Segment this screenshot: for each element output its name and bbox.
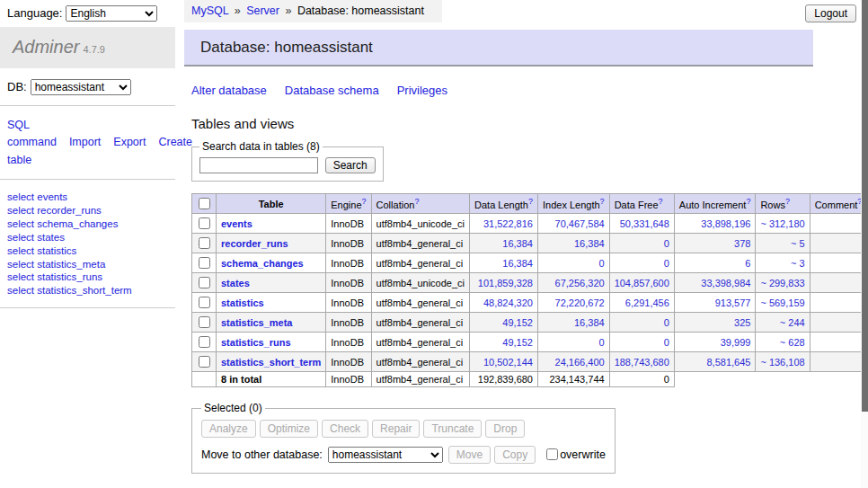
help-icon[interactable]: ?: [362, 197, 367, 206]
analyze-button[interactable]: Analyze: [201, 420, 256, 438]
search-button[interactable]: Search: [325, 157, 376, 173]
logout-button[interactable]: Logout: [805, 4, 856, 22]
help-icon[interactable]: ?: [600, 197, 605, 206]
index-length-link[interactable]: 16,384: [574, 317, 605, 328]
table-name-link[interactable]: statistics_meta: [221, 317, 293, 328]
rows-link[interactable]: ~ 136,108: [760, 357, 804, 368]
index-length-link[interactable]: 70,467,584: [555, 218, 605, 229]
index-length-link[interactable]: 0: [599, 258, 605, 269]
table-name-link[interactable]: states: [221, 278, 250, 288]
data-free-link[interactable]: 188,743,680: [615, 357, 669, 368]
data-length-link[interactable]: 31,522,816: [483, 218, 533, 229]
alter-database-link[interactable]: Alter database: [191, 84, 267, 97]
help-icon[interactable]: ?: [414, 197, 419, 206]
row-checkbox[interactable]: [199, 237, 210, 249]
help-icon[interactable]: ?: [785, 197, 790, 206]
rows-link[interactable]: ~ 244: [780, 317, 805, 328]
data-length-link[interactable]: 16,384: [502, 238, 533, 249]
scrollbar-thumb[interactable]: [862, 0, 868, 412]
data-length-link[interactable]: 101,859,328: [478, 278, 533, 288]
index-length-link[interactable]: 72,220,672: [555, 297, 605, 308]
auto-increment-link[interactable]: 378: [734, 238, 750, 249]
data-free-link[interactable]: 50,331,648: [620, 218, 669, 229]
breadcrumb-mysql-link[interactable]: MySQL: [191, 4, 228, 17]
sidebar-select-states-link[interactable]: select states: [7, 231, 168, 244]
help-icon[interactable]: ?: [746, 197, 750, 206]
index-length-link[interactable]: 16,384: [574, 238, 605, 249]
auto-increment-link[interactable]: 39,999: [721, 337, 751, 348]
vertical-scrollbar[interactable]: [861, 0, 868, 488]
row-checkbox[interactable]: [199, 257, 210, 269]
table-name-link[interactable]: statistics: [221, 297, 264, 308]
rows-link[interactable]: ~ 569,159: [760, 297, 804, 308]
copy-button[interactable]: Copy: [494, 446, 536, 464]
row-checkbox[interactable]: [199, 217, 210, 229]
repair-button[interactable]: Repair: [372, 420, 420, 438]
index-length-link[interactable]: 67,256,320: [555, 278, 605, 288]
row-checkbox[interactable]: [199, 336, 210, 348]
sidebar-select-statistics-meta-link[interactable]: select statistics_meta: [7, 258, 168, 271]
db-select[interactable]: homeassistant: [31, 79, 131, 95]
sidebar-select-statistics-link[interactable]: select statistics: [7, 244, 168, 258]
privileges-link[interactable]: Privileges: [397, 84, 447, 97]
sidebar-export-link[interactable]: Export: [113, 136, 146, 148]
row-checkbox[interactable]: [199, 277, 210, 288]
data-free-link[interactable]: 6,291,456: [625, 297, 669, 308]
rows-link[interactable]: ~ 312,180: [760, 218, 804, 229]
row-checkbox[interactable]: [199, 316, 210, 328]
table-name-link[interactable]: statistics_short_term: [221, 357, 321, 368]
data-length-link[interactable]: 16,384: [502, 258, 533, 269]
data-length-link[interactable]: 10,502,144: [483, 357, 533, 368]
optimize-button[interactable]: Optimize: [260, 420, 318, 438]
collation-cell: utf8mb4_general_ci: [371, 352, 469, 372]
rows-link[interactable]: ~ 628: [780, 337, 805, 348]
truncate-button[interactable]: Truncate: [423, 420, 482, 438]
auto-increment-link[interactable]: 8,581,645: [706, 357, 750, 368]
sidebar-select-events-link[interactable]: select events: [7, 191, 168, 204]
check-button[interactable]: Check: [322, 420, 368, 438]
sidebar-select-schema-changes-link[interactable]: select schema_changes: [7, 217, 168, 231]
table-name-link[interactable]: schema_changes: [221, 258, 304, 269]
index-length-link[interactable]: 24,166,400: [555, 357, 605, 368]
data-length-link[interactable]: 49,152: [502, 317, 533, 328]
sidebar-sql-command-link[interactable]: SQL command: [7, 119, 57, 148]
auto-increment-link[interactable]: 913,577: [715, 297, 751, 308]
help-icon[interactable]: ?: [659, 197, 663, 206]
table-name-link[interactable]: recorder_runs: [221, 238, 288, 249]
move-button[interactable]: Move: [448, 446, 491, 464]
move-database-select[interactable]: homeassistant: [328, 447, 443, 463]
data-free-link[interactable]: 0: [664, 317, 669, 328]
drop-button[interactable]: Drop: [485, 420, 525, 438]
auto-increment-link[interactable]: 33,398,984: [701, 278, 750, 288]
data-free-link[interactable]: 0: [664, 238, 669, 249]
auto-increment-link[interactable]: 33,898,196: [701, 218, 750, 229]
database-schema-link[interactable]: Database schema: [285, 84, 379, 97]
auto-increment-link[interactable]: 325: [734, 317, 750, 328]
data-free-cell: 0: [609, 234, 674, 253]
help-icon[interactable]: ?: [528, 197, 533, 206]
rows-cell: ~ 299,833: [756, 273, 810, 293]
language-select[interactable]: English: [66, 5, 157, 22]
row-checkbox[interactable]: [199, 297, 210, 308]
search-input[interactable]: [199, 157, 318, 173]
data-length-link[interactable]: 49,152: [502, 337, 533, 348]
sidebar-select-recorder-runs-link[interactable]: select recorder_runs: [7, 204, 168, 217]
sidebar-select-statistics-runs-link[interactable]: select statistics_runs: [7, 271, 168, 284]
data-free-link[interactable]: 0: [664, 258, 669, 269]
rows-link[interactable]: ~ 299,833: [760, 278, 804, 288]
rows-link[interactable]: ~ 5: [791, 238, 805, 249]
overwrite-checkbox[interactable]: [546, 448, 558, 460]
select-all-checkbox[interactable]: [199, 198, 210, 209]
sidebar-select-statistics-short-term-link[interactable]: select statistics_short_term: [7, 284, 168, 297]
auto-increment-link[interactable]: 6: [745, 258, 750, 269]
rows-link[interactable]: ~ 3: [791, 258, 805, 269]
data-free-link[interactable]: 104,857,600: [615, 278, 669, 288]
breadcrumb-server-link[interactable]: Server: [246, 4, 279, 17]
data-length-link[interactable]: 48,824,320: [483, 297, 533, 308]
table-name-link[interactable]: events: [221, 218, 252, 229]
row-checkbox[interactable]: [199, 356, 210, 368]
sidebar-import-link[interactable]: Import: [69, 136, 101, 148]
table-name-link[interactable]: statistics_runs: [221, 337, 291, 348]
index-length-link[interactable]: 0: [599, 337, 605, 348]
data-free-link[interactable]: 0: [664, 337, 669, 348]
